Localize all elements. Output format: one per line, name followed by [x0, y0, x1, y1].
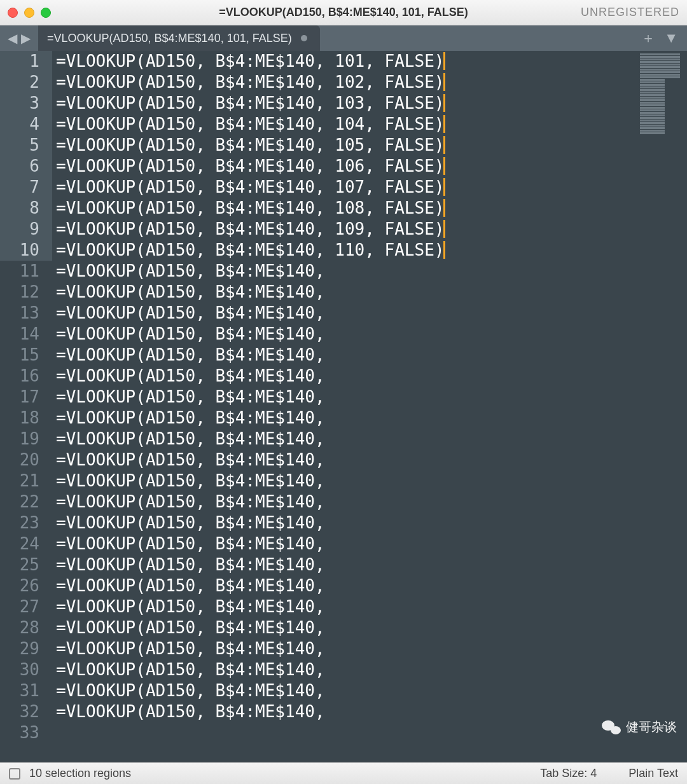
line-number[interactable]: 25 — [0, 554, 52, 575]
file-tab[interactable]: =VLOOKUP(AD150, B$4:ME$140, 101, FALSE) — [38, 25, 320, 51]
code-line[interactable]: =VLOOKUP(AD150, B$4:ME$140, 103, FALSE) — [52, 93, 687, 114]
line-number[interactable]: 14 — [0, 324, 52, 345]
minimap-row — [640, 66, 680, 68]
minimize-window-button[interactable] — [24, 8, 34, 18]
history-forward-icon[interactable]: ▶ — [21, 32, 31, 45]
line-number[interactable]: 29 — [0, 638, 52, 659]
code-line[interactable]: =VLOOKUP(AD150, B$4:ME$140, — [52, 575, 687, 596]
line-number[interactable]: 3 — [0, 93, 52, 114]
registration-status[interactable]: UNREGISTERED — [581, 6, 679, 19]
line-number[interactable]: 27 — [0, 596, 52, 617]
code-line[interactable]: =VLOOKUP(AD150, B$4:ME$140, — [52, 366, 687, 387]
line-number-gutter[interactable]: 1234567891011121314151617181920212223242… — [0, 51, 52, 762]
line-number[interactable]: 21 — [0, 471, 52, 492]
line-number[interactable]: 19 — [0, 429, 52, 450]
tab-history-nav: ◀ ▶ — [0, 25, 38, 51]
cursor-icon — [443, 241, 445, 259]
code-line[interactable]: =VLOOKUP(AD150, B$4:ME$140, 110, FALSE) — [52, 240, 687, 261]
line-number[interactable]: 32 — [0, 701, 52, 722]
line-number[interactable]: 26 — [0, 575, 52, 596]
code-line[interactable]: =VLOOKUP(AD150, B$4:ME$140, — [52, 596, 687, 617]
code-line[interactable]: =VLOOKUP(AD150, B$4:ME$140, — [52, 701, 687, 722]
code-line[interactable]: =VLOOKUP(AD150, B$4:ME$140, — [52, 408, 687, 429]
line-number[interactable]: 10 — [0, 240, 52, 261]
minimap[interactable] — [640, 53, 684, 162]
minimap-row — [640, 112, 665, 114]
line-number[interactable]: 5 — [0, 135, 52, 156]
line-number[interactable]: 1 — [0, 51, 52, 72]
line-number[interactable]: 33 — [0, 722, 52, 743]
cursor-icon — [443, 199, 445, 217]
close-window-button[interactable] — [8, 8, 18, 18]
code-line[interactable]: =VLOOKUP(AD150, B$4:ME$140, — [52, 303, 687, 324]
selection-status[interactable]: 10 selection regions — [29, 767, 131, 780]
line-number[interactable]: 17 — [0, 387, 52, 408]
code-line[interactable]: =VLOOKUP(AD150, B$4:ME$140, — [52, 282, 687, 303]
line-number[interactable]: 31 — [0, 680, 52, 701]
minimap-row — [640, 114, 665, 116]
code-line[interactable]: =VLOOKUP(AD150, B$4:ME$140, 104, FALSE) — [52, 114, 687, 135]
line-number[interactable]: 20 — [0, 450, 52, 471]
line-number[interactable]: 9 — [0, 219, 52, 240]
code-line[interactable]: =VLOOKUP(AD150, B$4:ME$140, — [52, 345, 687, 366]
code-line[interactable]: =VLOOKUP(AD150, B$4:ME$140, — [52, 492, 687, 512]
line-number[interactable]: 22 — [0, 492, 52, 512]
code-line[interactable]: =VLOOKUP(AD150, B$4:ME$140, — [52, 659, 687, 680]
line-number[interactable]: 15 — [0, 345, 52, 366]
code-line[interactable]: =VLOOKUP(AD150, B$4:ME$140, — [52, 387, 687, 408]
minimap-row — [640, 109, 665, 111]
code-line[interactable]: =VLOOKUP(AD150, B$4:ME$140, 105, FALSE) — [52, 135, 687, 156]
code-line[interactable]: =VLOOKUP(AD150, B$4:ME$140, — [52, 554, 687, 575]
code-line[interactable]: =VLOOKUP(AD150, B$4:ME$140, 107, FALSE) — [52, 177, 687, 198]
code-line[interactable] — [52, 722, 687, 743]
code-line[interactable]: =VLOOKUP(AD150, B$4:ME$140, 106, FALSE) — [52, 156, 687, 177]
tab-dropdown-icon[interactable]: ▼ — [664, 30, 678, 46]
line-number[interactable]: 18 — [0, 408, 52, 429]
code-line[interactable]: =VLOOKUP(AD150, B$4:ME$140, 101, FALSE) — [52, 51, 687, 72]
maximize-window-button[interactable] — [41, 8, 51, 18]
tab-size-status[interactable]: Tab Size: 4 — [540, 767, 597, 780]
code-line[interactable]: =VLOOKUP(AD150, B$4:ME$140, — [52, 617, 687, 638]
line-number[interactable]: 7 — [0, 177, 52, 198]
line-number[interactable]: 23 — [0, 512, 52, 533]
minimap-row — [640, 81, 665, 83]
code-line[interactable]: =VLOOKUP(AD150, B$4:ME$140, — [52, 512, 687, 533]
line-number[interactable]: 30 — [0, 659, 52, 680]
minimap-row — [640, 84, 665, 86]
editor-area[interactable]: 1234567891011121314151617181920212223242… — [0, 51, 687, 762]
code-line[interactable]: =VLOOKUP(AD150, B$4:ME$140, 109, FALSE) — [52, 219, 687, 240]
line-number[interactable]: 6 — [0, 156, 52, 177]
code-line[interactable]: =VLOOKUP(AD150, B$4:ME$140, 108, FALSE) — [52, 198, 687, 219]
code-line[interactable]: =VLOOKUP(AD150, B$4:ME$140, — [52, 471, 687, 492]
minimap-row — [640, 130, 665, 132]
panel-switcher-icon[interactable] — [9, 768, 20, 780]
minimap-row — [640, 125, 665, 127]
line-number[interactable]: 4 — [0, 114, 52, 135]
cursor-icon — [443, 115, 445, 133]
new-tab-icon[interactable]: ＋ — [641, 29, 655, 48]
line-number[interactable]: 12 — [0, 282, 52, 303]
line-number[interactable]: 13 — [0, 303, 52, 324]
syntax-status[interactable]: Plain Text — [628, 767, 678, 780]
line-number[interactable]: 16 — [0, 366, 52, 387]
line-number[interactable]: 28 — [0, 617, 52, 638]
line-number[interactable]: 2 — [0, 72, 52, 93]
code-line[interactable]: =VLOOKUP(AD150, B$4:ME$140, — [52, 450, 687, 471]
line-number[interactable]: 8 — [0, 198, 52, 219]
minimap-row — [640, 94, 665, 96]
line-number[interactable]: 24 — [0, 533, 52, 554]
code-line[interactable]: =VLOOKUP(AD150, B$4:ME$140, — [52, 324, 687, 345]
wechat-icon — [602, 719, 621, 736]
code-line[interactable]: =VLOOKUP(AD150, B$4:ME$140, — [52, 638, 687, 659]
line-number[interactable]: 11 — [0, 261, 52, 282]
code-line[interactable]: =VLOOKUP(AD150, B$4:ME$140, — [52, 261, 687, 282]
minimap-row — [640, 71, 680, 73]
minimap-row — [640, 56, 680, 58]
history-back-icon[interactable]: ◀ — [8, 32, 17, 45]
code-line[interactable]: =VLOOKUP(AD150, B$4:ME$140, — [52, 533, 687, 554]
minimap-row — [640, 58, 680, 60]
code-content[interactable]: =VLOOKUP(AD150, B$4:ME$140, 101, FALSE)=… — [52, 51, 687, 762]
code-line[interactable]: =VLOOKUP(AD150, B$4:ME$140, — [52, 429, 687, 450]
code-line[interactable]: =VLOOKUP(AD150, B$4:ME$140, — [52, 680, 687, 701]
code-line[interactable]: =VLOOKUP(AD150, B$4:ME$140, 102, FALSE) — [52, 72, 687, 93]
